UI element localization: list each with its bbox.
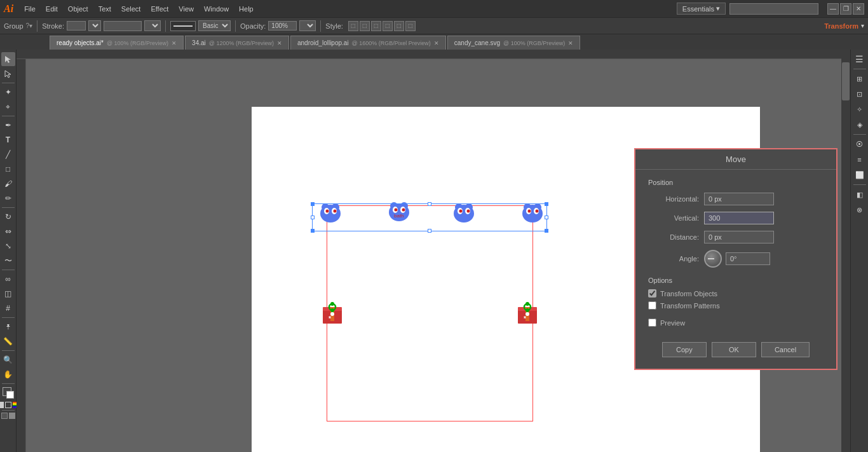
opacity-select[interactable] (299, 20, 316, 31)
menu-file[interactable]: File (20, 4, 40, 14)
angle-knob[interactable] (704, 250, 722, 268)
minimize-button[interactable]: — (827, 3, 839, 15)
right-tool-7[interactable]: ≡ (853, 153, 867, 167)
menu-select[interactable]: Select (117, 4, 146, 14)
transform-options-icon[interactable]: ▾ (861, 22, 864, 29)
align-left-icon[interactable]: ⬚ (348, 21, 358, 31)
svg-point-13 (402, 209, 405, 212)
lasso-tool[interactable]: ⌖ (1, 100, 15, 114)
blend-tool[interactable]: ∞ (1, 272, 15, 286)
right-tool-4[interactable]: ✧ (853, 102, 867, 116)
right-tool-5[interactable]: ◈ (853, 118, 867, 132)
zoom-tool[interactable]: 🔍 (1, 353, 15, 367)
right-tool-3[interactable]: ⊡ (853, 87, 867, 101)
magic-wand-tool[interactable]: ✦ (1, 85, 15, 99)
align-center-icon[interactable]: ⬚ (360, 21, 370, 31)
tabs-bar: ready objects.ai* @ 100% (RGB/Preview) ✕… (0, 34, 868, 50)
menu-edit[interactable]: Edit (41, 4, 62, 14)
tab-android[interactable]: android_lollipop.ai @ 1600% (RGB/Pixel P… (290, 36, 446, 50)
tab-subtitle-3: @ 100% (RGB/Preview) (503, 40, 565, 46)
warp-tool[interactable]: 〜 (1, 254, 15, 268)
rotate-tool[interactable]: ↻ (1, 210, 15, 224)
line-tool[interactable]: ╱ (1, 147, 15, 161)
menu-effect[interactable]: Effect (146, 4, 173, 14)
menu-view[interactable]: View (174, 4, 198, 14)
svg-point-21 (467, 210, 470, 213)
reflect-tool[interactable]: ⇔ (1, 224, 15, 238)
preview-row: Preview (648, 318, 824, 327)
tab-close-3[interactable]: ✕ (568, 40, 573, 46)
menu-bar: Ai File Edit Object Text Select Effect V… (0, 0, 868, 17)
essentials-button[interactable]: Essentials ▾ (677, 3, 726, 15)
scroll-thumb[interactable] (842, 62, 850, 100)
ok-button[interactable]: OK (712, 342, 756, 357)
move-dialog-body: Position Horizontal: Vertical: Distance:… (635, 170, 836, 369)
stroke-type-select[interactable] (144, 20, 161, 31)
right-tool-9[interactable]: ◧ (853, 188, 867, 202)
measure-tool[interactable]: 📏 (1, 334, 15, 348)
tab-ready-objects[interactable]: ready objects.ai* @ 100% (RGB/Preview) ✕ (50, 36, 184, 50)
dialog-buttons: Copy OK Cancel (648, 337, 824, 360)
svg-point-33 (330, 302, 334, 306)
stroke-select[interactable] (88, 20, 101, 31)
full-screen-icon[interactable] (9, 413, 15, 419)
tab-close-0[interactable]: ✕ (172, 40, 177, 46)
preview-checkbox[interactable] (648, 318, 656, 327)
opacity-input[interactable] (268, 21, 297, 31)
distance-input[interactable] (704, 231, 774, 243)
rect-tool[interactable]: □ (1, 162, 15, 176)
transform-button[interactable]: Transform (824, 22, 858, 30)
align-top-icon[interactable]: ⬚ (383, 21, 393, 31)
copy-button[interactable]: Copy (662, 342, 707, 357)
menu-text[interactable]: Text (94, 4, 116, 14)
tab-close-2[interactable]: ✕ (434, 40, 439, 46)
right-tool-6[interactable]: ⦿ (853, 137, 867, 151)
right-tool-1[interactable]: ☰ (853, 52, 867, 66)
right-tool-2[interactable]: ⊞ (853, 72, 867, 86)
fill-icon[interactable] (0, 402, 4, 408)
eyedropper-tool[interactable]: 🖈 (1, 320, 15, 334)
stroke-input[interactable] (67, 21, 86, 31)
mesh-tool[interactable]: # (1, 301, 15, 315)
type-tool[interactable]: T (1, 133, 15, 147)
transform-objects-checkbox[interactable] (648, 289, 656, 298)
stroke-icon[interactable] (5, 402, 11, 408)
pencil-tool[interactable]: ✏ (1, 191, 15, 205)
brush-select[interactable]: Basic (198, 20, 231, 31)
scrollbar-right[interactable] (841, 50, 850, 452)
normal-mode-icon[interactable] (1, 413, 8, 419)
fill-color[interactable] (1, 386, 15, 400)
canvas-area[interactable]: bath (17, 50, 850, 452)
tab-34ai[interactable]: 34.ai @ 1200% (RGB/Preview) ✕ (185, 36, 289, 50)
right-tool-10[interactable]: ⊗ (853, 203, 867, 217)
close-button[interactable]: ✕ (853, 3, 864, 15)
tab-close-1[interactable]: ✕ (277, 40, 282, 46)
align-right-icon[interactable]: ⬚ (371, 21, 381, 31)
menu-window[interactable]: Window (200, 4, 233, 14)
horizontal-input[interactable] (704, 193, 774, 205)
menu-object[interactable]: Object (64, 4, 93, 14)
cancel-button[interactable]: Cancel (761, 342, 810, 357)
paintbrush-tool[interactable]: 🖌 (1, 177, 15, 191)
gradient-tool[interactable]: ◫ (1, 287, 15, 301)
tab-candy-cane[interactable]: candy_cane.svg @ 100% (RGB/Preview) ✕ (447, 36, 580, 50)
tool-sep-4 (2, 270, 15, 270)
svg-text:*: * (329, 315, 331, 322)
restore-button[interactable]: ❐ (840, 3, 851, 15)
align-middle-icon[interactable]: ⬚ (394, 21, 404, 31)
ruler-top (17, 50, 850, 59)
pen-tool[interactable]: ✒ (1, 118, 15, 132)
direct-select-tool[interactable] (1, 67, 15, 81)
tool-sep-2 (2, 116, 15, 116)
menu-help[interactable]: Help (234, 4, 258, 14)
select-tool[interactable] (1, 52, 15, 66)
hand-tool[interactable]: ✋ (1, 367, 15, 381)
angle-input[interactable] (726, 252, 770, 265)
transform-patterns-checkbox[interactable] (648, 301, 656, 310)
scale-tool[interactable]: ⤡ (1, 239, 15, 253)
right-tool-8[interactable]: ⬜ (853, 168, 867, 182)
align-bottom-icon[interactable]: ⬚ (405, 21, 416, 31)
vertical-input[interactable] (704, 212, 774, 224)
search-input[interactable] (729, 3, 818, 15)
vertical-row: Vertical: (648, 212, 824, 224)
